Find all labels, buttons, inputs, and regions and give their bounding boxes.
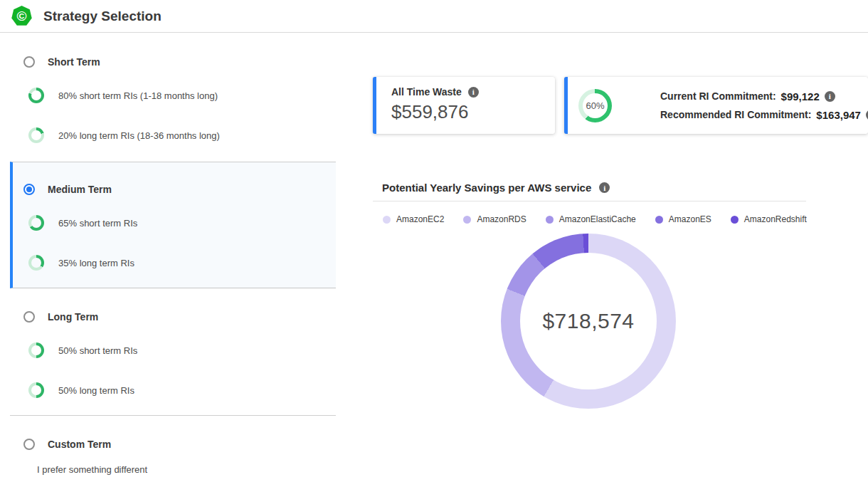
- section-divider: [10, 415, 336, 416]
- brand-logo-icon: ©: [11, 6, 32, 26]
- radio-icon[interactable]: [23, 439, 35, 450]
- info-icon[interactable]: i: [825, 91, 835, 102]
- strategy-option-long-term[interactable]: Long Term: [23, 311, 98, 323]
- recommended-ri-value: $163,947: [816, 109, 861, 121]
- page-header: © Strategy Selection: [0, 0, 868, 33]
- strategy-detail-row: 50% short term RIs: [28, 342, 137, 358]
- legend-label: AmazonRedshift: [744, 214, 807, 224]
- donut-hole: $718,574: [520, 253, 657, 389]
- strategy-option-medium-term[interactable]: Medium Term: [23, 184, 112, 195]
- chart-title-row: Potential Yearly Savings per AWS service…: [382, 182, 610, 194]
- strategy-label: Long Term: [48, 311, 98, 323]
- commitment-percent-ring: 60%: [578, 89, 612, 122]
- percent-ring-icon: [28, 88, 44, 103]
- recommended-ri-label: Recommended RI Commitment:: [660, 109, 811, 120]
- radio-checked-icon[interactable]: [23, 184, 35, 195]
- legend-dot-icon: [731, 216, 739, 224]
- legend-item-amazonredshift[interactable]: AmazonRedshift: [731, 214, 807, 224]
- strategy-option-custom-term[interactable]: Custom Term: [23, 439, 111, 450]
- strategy-detail-label: 35% long term RIs: [58, 258, 134, 268]
- chart-title: Potential Yearly Savings per AWS service: [382, 182, 591, 194]
- strategy-detail-label: 80% short term RIs (1-18 months long): [58, 90, 218, 101]
- strategy-label: Custom Term: [48, 439, 111, 450]
- donut-center-value: $718,574: [542, 309, 634, 333]
- legend-label: AmazonEC2: [396, 214, 444, 224]
- legend-item-amazonrds[interactable]: AmazonRDS: [463, 214, 526, 224]
- strategy-detail-row: 35% long term RIs: [28, 255, 134, 271]
- legend-item-amazones[interactable]: AmazonES: [655, 214, 711, 224]
- strategy-detail-row: 80% short term RIs (1-18 months long): [28, 88, 218, 103]
- legend-label: AmazonElastiCache: [559, 214, 636, 224]
- ri-commitment-card: 60% Current RI Commitment: $99,122 i Rec…: [564, 77, 868, 134]
- recommended-ri-commitment-row: Recommended RI Commitment: $163,947 i: [660, 109, 868, 121]
- strategy-detail-label: 65% short term RIs: [58, 218, 137, 229]
- radio-icon[interactable]: [23, 311, 35, 323]
- legend-label: AmazonES: [669, 214, 711, 224]
- info-icon[interactable]: i: [468, 87, 479, 98]
- all-time-waste-card: All Time Waste i $559,876: [373, 77, 555, 134]
- chart-divider: [373, 201, 806, 201]
- strategy-label: Short Term: [48, 56, 100, 68]
- current-ri-value: $99,122: [781, 90, 820, 103]
- logo-glyph: ©: [17, 9, 27, 24]
- strategy-detail-label: 20% long term RIs (18-36 months long): [58, 130, 220, 141]
- strategy-detail-row: 65% short term RIs: [28, 215, 137, 231]
- custom-term-note: I prefer something different: [37, 464, 147, 475]
- current-ri-label: Current RI Commitment:: [660, 90, 776, 102]
- strategy-detail-label: 50% short term RIs: [58, 345, 137, 356]
- percent-ring-icon: [28, 342, 44, 358]
- legend-dot-icon: [546, 216, 554, 224]
- commitment-percent-label: 60%: [586, 100, 604, 111]
- radio-icon[interactable]: [23, 56, 35, 68]
- strategy-detail-row: 20% long term RIs (18-36 months long): [28, 127, 220, 143]
- legend-item-amazonec2[interactable]: AmazonEC2: [383, 214, 444, 224]
- legend-dot-icon: [463, 216, 471, 224]
- percent-ring-icon: [28, 382, 44, 398]
- current-ri-commitment-row: Current RI Commitment: $99,122 i: [660, 90, 868, 103]
- percent-ring-icon: [28, 255, 44, 271]
- percent-ring-icon: [28, 215, 44, 231]
- strategy-detail-row: 50% long term RIs: [28, 382, 134, 398]
- chart-legend: AmazonEC2 AmazonRDS AmazonElastiCache Am…: [383, 214, 807, 224]
- percent-ring-icon: [28, 127, 44, 143]
- strategy-selection-page: © Strategy Selection Short Term 80% shor…: [0, 0, 868, 492]
- legend-dot-icon: [383, 216, 391, 224]
- page-title: Strategy Selection: [43, 9, 162, 24]
- legend-dot-icon: [655, 216, 663, 224]
- strategy-label: Medium Term: [48, 184, 112, 195]
- info-icon[interactable]: i: [599, 182, 610, 193]
- strategy-option-short-term[interactable]: Short Term: [23, 56, 100, 68]
- waste-card-value: $559,876: [391, 101, 555, 123]
- savings-donut-chart: $718,574: [501, 234, 676, 409]
- legend-item-amazonelasticache[interactable]: AmazonElastiCache: [546, 214, 636, 224]
- legend-label: AmazonRDS: [477, 214, 526, 224]
- waste-card-label: All Time Waste: [391, 86, 462, 98]
- strategy-detail-label: 50% long term RIs: [58, 385, 134, 396]
